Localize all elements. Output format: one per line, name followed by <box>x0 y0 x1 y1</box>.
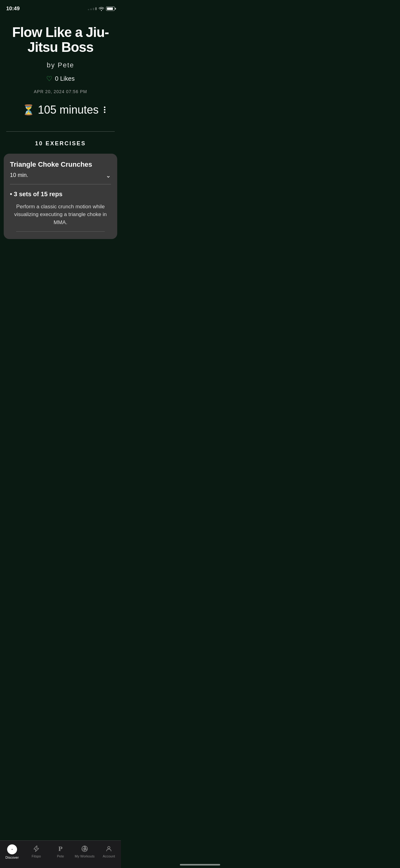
status-time: 10:49 <box>6 6 20 12</box>
duration-row: ⏳ 105 minutes <box>6 103 115 116</box>
signal-icon <box>88 7 97 10</box>
exercise-description: Perform a classic crunch motion while vi… <box>10 203 111 227</box>
exercises-label: 10 EXERCISES <box>0 132 121 154</box>
exercise-duration-row[interactable]: 10 min. ⌄ <box>10 172 111 179</box>
chevron-down-icon[interactable]: ⌄ <box>106 172 111 179</box>
exercise-sets: • 3 sets of 15 reps <box>10 191 111 198</box>
likes-section[interactable]: ♡ 0 Likes <box>6 75 115 83</box>
likes-count: 0 Likes <box>55 75 74 82</box>
duration-text: 105 minutes <box>38 103 99 116</box>
workout-title: Flow Like a Jiu-Jitsu Boss <box>6 25 115 55</box>
exercise-duration: 10 min. <box>10 172 28 179</box>
exercise-bottom-divider <box>16 231 105 231</box>
exercise-card: Triangle Choke Crunches 10 min. ⌄ • 3 se… <box>4 154 117 239</box>
status-bar: 10:49 <box>0 0 121 16</box>
hourglass-icon: ⏳ <box>22 104 35 116</box>
more-options-button[interactable] <box>104 106 105 113</box>
workout-date: APR 20, 2024 07:56 PM <box>6 89 115 94</box>
exercise-body: • 3 sets of 15 reps Perform a classic cr… <box>4 184 117 239</box>
hero-section: Flow Like a Jiu-Jitsu Boss by Pete ♡ 0 L… <box>0 16 121 131</box>
exercise-header: Triangle Choke Crunches 10 min. ⌄ <box>4 154 117 184</box>
workout-author: by Pete <box>6 61 115 69</box>
exercise-name: Triangle Choke Crunches <box>10 160 111 168</box>
battery-icon <box>106 6 115 11</box>
heart-icon[interactable]: ♡ <box>46 75 53 83</box>
wifi-icon <box>99 6 104 11</box>
status-icons <box>88 6 115 11</box>
